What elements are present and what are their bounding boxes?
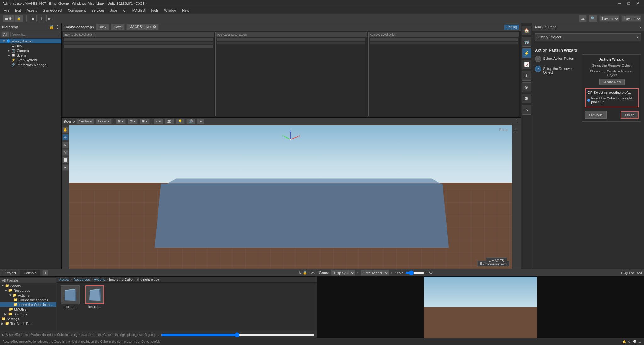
expand-camera[interactable]: ▶: [8, 49, 11, 52]
project-info-icon[interactable]: ℹ: [308, 271, 310, 275]
project-add-btn[interactable]: +: [42, 270, 49, 276]
project-dropdown[interactable]: Empty Project ▾: [535, 33, 641, 41]
menu-assets[interactable]: Assets: [24, 8, 40, 13]
menu-gameobject[interactable]: GameObject: [40, 8, 65, 13]
side-settings1-btn[interactable]: ⚙: [522, 82, 531, 92]
expand-assets[interactable]: ▼: [1, 284, 5, 287]
expand-textmesh[interactable]: ▶: [1, 322, 5, 325]
menu-ci[interactable]: CI: [121, 8, 129, 13]
asset-thumb-2[interactable]: [85, 285, 104, 304]
breadcrumb-actions[interactable]: Actions: [94, 278, 105, 281]
game-scale-slider[interactable]: [405, 270, 424, 275]
scene-audio-btn[interactable]: 🔊: [186, 119, 195, 124]
tree-item-scene[interactable]: ▶ 🔲 Scene: [0, 53, 61, 58]
tree-item-interaction[interactable]: 🔗 Interaction Manager: [0, 62, 61, 67]
layers-dropdown[interactable]: Layers: [599, 15, 619, 22]
menu-window[interactable]: Window: [162, 8, 179, 13]
menu-mages[interactable]: MAGES: [130, 8, 147, 13]
status-icon-4[interactable]: ☁: [638, 340, 641, 343]
ptree-mages[interactable]: 📁 MAGES: [0, 307, 56, 312]
scene-light-btn[interactable]: 💡: [176, 119, 185, 124]
scene-view-btn1[interactable]: ⊡ ▾: [128, 119, 138, 124]
expand-actions[interactable]: ▼: [9, 293, 13, 297]
toolbar-lock-btn[interactable]: 🔒: [14, 15, 23, 22]
sg-back-btn[interactable]: Back: [96, 24, 109, 30]
mages-expand-icon[interactable]: »: [640, 25, 641, 29]
tool-scale[interactable]: ⤡: [62, 149, 69, 156]
play-button[interactable]: ▶: [30, 15, 37, 22]
project-lock-icon[interactable]: 🔒: [303, 271, 307, 275]
scene-shading-btn[interactable]: ○ ▾: [154, 119, 163, 124]
breadcrumb-assets[interactable]: Assets: [59, 278, 69, 281]
tool-hand[interactable]: ✋: [62, 127, 69, 133]
scene-2d-btn[interactable]: 2D: [165, 119, 174, 124]
side-home-btn[interactable]: 🏠: [522, 26, 531, 35]
sg-save-btn[interactable]: Save: [111, 24, 125, 30]
tree-item-eventsystem[interactable]: ⚡ EventSystem: [0, 58, 61, 62]
minimize-btn[interactable]: ─: [616, 1, 623, 6]
tab-console[interactable]: Console: [20, 270, 40, 276]
asset-item-1[interactable]: Insert t…: [59, 285, 81, 308]
menu-component[interactable]: Component: [65, 8, 88, 13]
hierarchy-all-btn[interactable]: All: [1, 31, 9, 37]
scene-grid-btn[interactable]: ⊞ ▾: [116, 119, 126, 124]
menu-help[interactable]: Help: [180, 8, 192, 13]
status-icon-1[interactable]: 🔔: [622, 340, 626, 343]
ptree-insert[interactable]: 📁 Insert the Cube in th…: [0, 302, 56, 307]
expand-samples[interactable]: ▶: [4, 312, 8, 316]
menu-tools[interactable]: Tools: [148, 8, 161, 13]
project-zoom-icon[interactable]: 25: [311, 271, 315, 275]
collab-btn[interactable]: ☁: [579, 15, 587, 22]
breadcrumb-resources[interactable]: Resources: [73, 278, 90, 281]
scene-right-btn1[interactable]: ☰: [513, 127, 520, 133]
scene-center-btn[interactable]: Center ▾: [76, 119, 94, 124]
side-analytics-btn[interactable]: 📈: [522, 60, 531, 69]
hierarchy-menu-icon[interactable]: ⋮: [55, 25, 59, 29]
maximize-btn[interactable]: □: [625, 1, 632, 6]
wizard-prefab-item[interactable]: Insert the Cube in the right place_⊙: [587, 96, 636, 105]
side-vr-btn[interactable]: 🥽: [522, 37, 531, 47]
asset-thumb-1[interactable]: [61, 285, 80, 304]
ptree-actions[interactable]: ▼ 📁 Actions: [0, 293, 56, 297]
tool-move[interactable]: ✛: [62, 134, 69, 140]
side-view-btn[interactable]: 👁: [522, 71, 531, 81]
hierarchy-search[interactable]: [10, 32, 60, 37]
scene-more-icon[interactable]: ⋮: [515, 119, 519, 123]
ptree-collide[interactable]: 📁 Collide the spheres: [0, 297, 56, 302]
tool-rotate[interactable]: ↻: [62, 142, 69, 148]
zoom-slider[interactable]: [161, 332, 315, 337]
mages-btn[interactable]: ≡ MAGES: [486, 257, 507, 264]
wizard-create-btn[interactable]: Create New: [599, 79, 625, 85]
ptree-resources[interactable]: ▼ 📁 Resources: [0, 288, 56, 293]
ptree-samples[interactable]: ▶ 📁 Samples: [0, 312, 56, 316]
scene-fx-btn[interactable]: ✦: [197, 119, 204, 124]
tree-item-emptyscene[interactable]: ▼ 🔷 EmptyScene: [0, 39, 61, 43]
menu-file[interactable]: File: [1, 8, 12, 13]
layout-dropdown[interactable]: Layout: [621, 15, 641, 22]
close-btn[interactable]: ✕: [634, 1, 641, 6]
game-display-dropdown[interactable]: Display 1: [331, 270, 355, 276]
expand-resources[interactable]: ▼: [4, 289, 8, 292]
tab-project[interactable]: Project: [2, 270, 19, 276]
hierarchy-lock-icon[interactable]: 🔒: [49, 25, 54, 29]
toolbar-context-btn1[interactable]: ☰ ⊕: [3, 15, 14, 22]
tree-item-camera[interactable]: ▶ 📷 Camera: [0, 48, 61, 53]
side-settings2-btn[interactable]: ⚙: [522, 94, 531, 103]
ptree-settings[interactable]: 📁 Settings: [0, 316, 56, 321]
side-actions-btn[interactable]: ⚡: [522, 48, 531, 58]
menu-edit[interactable]: Edit: [13, 8, 24, 13]
ptree-assets[interactable]: ▼ 📁 Assets: [0, 283, 56, 288]
project-refresh-icon[interactable]: ↻: [299, 271, 302, 275]
side-pz-btn[interactable]: PZ: [522, 105, 531, 115]
tree-item-hub[interactable]: ⚙ Hub: [0, 43, 61, 48]
menu-jobs[interactable]: Jobs: [108, 8, 120, 13]
expand-scene[interactable]: ▶: [8, 54, 11, 57]
asset-item-2[interactable]: Insert t…: [84, 285, 106, 308]
tool-rect[interactable]: ⬜: [62, 157, 69, 163]
sg-mages-layout-btn[interactable]: MAGES Layou ✿: [126, 24, 159, 30]
ptree-textmesh[interactable]: ▶ 📁 TextMesh Pro: [0, 321, 56, 326]
status-icon-2[interactable]: ⚙: [628, 340, 631, 343]
expand-emptyscene[interactable]: ▼: [3, 39, 6, 43]
scene-local-btn[interactable]: Local ▾: [96, 119, 111, 124]
tool-transform[interactable]: ✦: [62, 164, 69, 171]
